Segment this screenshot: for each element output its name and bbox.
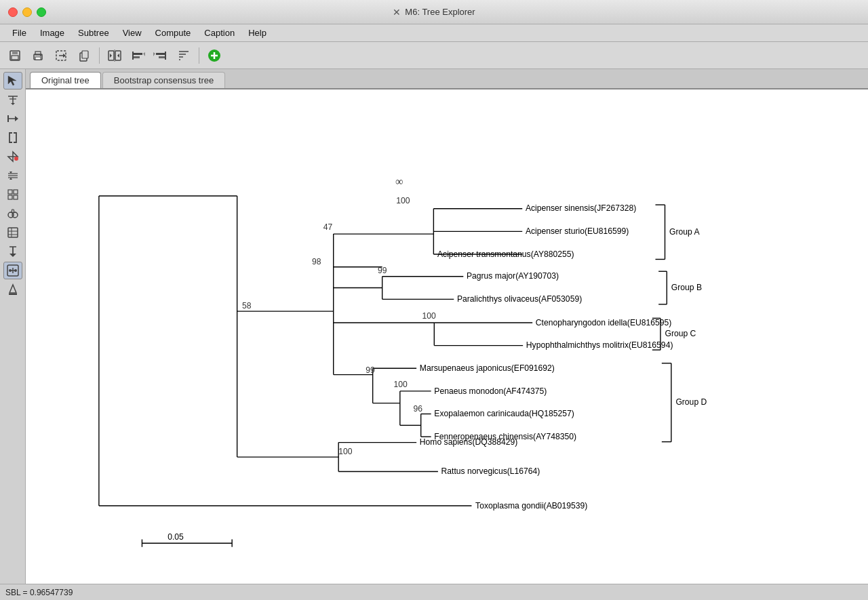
window-title-text: M6: Tree Explorer <box>405 7 475 17</box>
svg-rect-48 <box>8 190 12 194</box>
select-button[interactable] <box>50 45 72 66</box>
group-b-label: Group B <box>671 283 702 292</box>
print-button[interactable] <box>27 45 49 66</box>
sidebar-subtree-flip-v-icon[interactable] <box>3 91 22 108</box>
sidebar-table-icon[interactable] <box>3 224 22 241</box>
menu-help[interactable]: Help <box>241 26 273 39</box>
svg-marker-24 <box>153 52 155 56</box>
align-right-icon <box>153 48 168 63</box>
bootstrap-100-4: 100 <box>338 447 353 456</box>
bootstrap-100-2: 100 <box>422 311 437 321</box>
sidebar-zoom-node-icon[interactable] <box>3 262 22 279</box>
tab-original-tree[interactable]: Original tree <box>30 72 101 88</box>
tab-bootstrap-tree[interactable]: Bootstrap consensus tree <box>102 72 225 88</box>
svg-rect-50 <box>8 195 12 199</box>
sidebar-binoculars-icon[interactable] <box>3 205 22 222</box>
save-button[interactable] <box>4 45 26 66</box>
content-area: Original tree Bootstrap consensus tree ∞ <box>26 69 868 584</box>
svg-rect-23 <box>159 56 165 58</box>
svg-rect-19 <box>134 56 140 58</box>
svg-marker-15 <box>110 54 112 58</box>
tip-penaeus: Penaeus monodon(AF474375) <box>434 386 547 396</box>
svg-rect-49 <box>14 190 18 194</box>
group-a-label: Group A <box>669 227 700 237</box>
svg-marker-62 <box>9 254 16 257</box>
svg-rect-2 <box>12 56 18 60</box>
root-label: ∞ <box>395 176 403 187</box>
tip-rattus: Rattus norvegicus(L16764) <box>441 466 540 476</box>
bootstrap-99-2: 99 <box>366 365 375 375</box>
menu-view[interactable]: View <box>116 26 149 39</box>
sidebar-zoom-icon[interactable] <box>3 167 22 184</box>
traffic-lights <box>8 7 46 17</box>
title-icon: ✕ <box>393 7 401 18</box>
main-area: Original tree Bootstrap consensus tree ∞ <box>0 69 868 584</box>
maximize-button[interactable] <box>37 7 46 17</box>
tip-acipenser-transmontanus: Acipenser transmontanus(AY880255) <box>437 249 574 259</box>
sidebar-arrow-down-icon[interactable] <box>3 243 22 260</box>
align-left-button[interactable] <box>127 45 149 66</box>
tip-pagrus-major: Pagrus major(AY190703) <box>467 271 559 281</box>
toolbar-sep-2 <box>199 47 199 64</box>
svg-rect-57 <box>8 228 18 237</box>
sidebar-bottom-icon[interactable] <box>3 281 22 298</box>
tip-ctenopharyngodon: Ctenopharyngodon idella(EU816595) <box>536 318 671 327</box>
svg-rect-1 <box>12 51 18 54</box>
copy-button[interactable] <box>73 45 95 66</box>
svg-marker-32 <box>8 76 16 85</box>
save-icon <box>8 49 22 62</box>
menu-image[interactable]: Image <box>33 26 71 39</box>
tabs-bar: Original tree Bootstrap consensus tree <box>26 69 868 88</box>
tip-homo-sapiens: Homo sapiens(DQ388429) <box>420 437 517 447</box>
svg-marker-16 <box>117 54 119 58</box>
svg-marker-70 <box>9 285 16 293</box>
bootstrap-47: 47 <box>323 222 333 232</box>
svg-rect-11 <box>82 51 88 58</box>
tip-acipenser-sturio: Acipenser sturio(EU816599) <box>526 226 629 236</box>
tip-exopalaemon: Exopalaemon carinicauda(HQ185257) <box>434 409 574 418</box>
tip-hypophthalmichthys: Hypophthalmichthys molitrix(EU816594) <box>526 340 673 350</box>
svg-marker-39 <box>15 116 18 121</box>
sbl-text: SBL = 0.96547739 <box>5 588 73 597</box>
titlebar: ✕ M6: Tree Explorer <box>0 0 868 24</box>
menu-compute[interactable]: Compute <box>149 26 198 39</box>
tree-canvas: ∞ <box>26 88 868 584</box>
sidebar-cursor-icon[interactable] <box>3 72 22 89</box>
menu-file[interactable]: File <box>5 26 33 39</box>
select-icon <box>54 49 68 62</box>
svg-rect-54 <box>12 209 14 213</box>
toolbar-sep-1 <box>99 47 100 64</box>
bootstrap-99-1: 99 <box>378 266 387 275</box>
minimize-button[interactable] <box>22 7 32 17</box>
sidebar <box>0 69 26 584</box>
close-button[interactable] <box>8 7 18 17</box>
menubar: File Image Subtree View Compute Caption … <box>0 24 868 42</box>
menu-subtree[interactable]: Subtree <box>71 26 116 39</box>
flip-h-icon <box>107 48 122 63</box>
align-left-icon <box>130 48 145 63</box>
tip-acipenser-sinensis: Acipenser sinensis(JF267328) <box>526 203 636 213</box>
add-button[interactable] <box>203 45 225 66</box>
sort-button[interactable] <box>173 45 195 66</box>
bootstrap-98: 98 <box>312 257 321 266</box>
svg-rect-22 <box>156 53 165 55</box>
bootstrap-58: 58 <box>242 301 252 311</box>
window-title: ✕ M6: Tree Explorer <box>393 7 475 18</box>
sidebar-branch-icon[interactable] <box>3 148 22 165</box>
add-icon <box>207 48 222 63</box>
menu-caption[interactable]: Caption <box>197 26 241 39</box>
sort-icon <box>176 48 191 63</box>
svg-marker-20 <box>143 52 145 56</box>
sidebar-grid-icon[interactable] <box>3 186 22 203</box>
svg-rect-18 <box>134 53 142 55</box>
scale-bar-label: 0.05 <box>167 532 184 542</box>
group-d-label: Group D <box>675 397 707 407</box>
sidebar-move-right-icon[interactable] <box>3 110 22 127</box>
statusbar: SBL = 0.96547739 <box>0 584 868 600</box>
tip-paralichthys: Paralichthys olivaceus(AF053059) <box>457 294 582 304</box>
align-right-button[interactable] <box>150 45 172 66</box>
flip-h-button[interactable] <box>104 45 125 66</box>
phylogenetic-tree: 100 47 98 99 58 100 99 100 96 100 ∞ Acip… <box>26 89 868 584</box>
sidebar-bracket-icon[interactable] <box>3 129 22 146</box>
toolbar <box>0 42 868 69</box>
